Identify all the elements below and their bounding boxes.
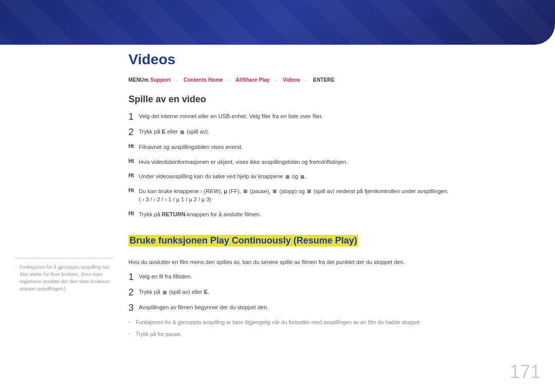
bc-sep: → <box>273 77 278 83</box>
t: . <box>208 289 209 295</box>
hint-marker: Ht <box>128 158 139 166</box>
left-icon <box>286 175 289 179</box>
step-row: 2 Trykk på (spill av) eller E. <box>128 288 534 297</box>
sidebar-note: Funksjonen for å gjenoppta avspilling ha… <box>15 258 118 292</box>
step-text: Velg det interne minnet eller en USB-enh… <box>139 112 534 121</box>
step-text: Avspillingen av filmen begynner der du s… <box>139 303 534 312</box>
step-number: 3 <box>128 303 139 312</box>
step-row: 1 Velg det interne minnet eller en USB-e… <box>128 112 534 121</box>
right-icon <box>301 175 304 179</box>
t: Trykk på <box>139 211 162 217</box>
bullet-row: -Funksjonen for å gjenoppta avspilling e… <box>128 319 534 326</box>
section2: Bruke funksjonen Play Continuously (Resu… <box>128 231 534 338</box>
content-area: Videos MENUm Support→ Contents Home→ All… <box>128 51 534 342</box>
t: Trykk på <box>139 289 162 295</box>
t: (FF), <box>227 188 243 194</box>
play-icon <box>163 291 166 294</box>
pause-icon <box>244 190 247 193</box>
t: eller <box>165 128 179 135</box>
bc-menu: MENU <box>128 77 144 83</box>
hint-marker: Ht <box>128 210 139 219</box>
step-number: 1 <box>128 112 139 121</box>
bullet-text: Funksjonen for å gjenoppta avspilling er… <box>136 319 534 326</box>
step-row: 3Avspillingen av filmen begynner der du … <box>128 303 534 312</box>
bullet-row: -Trykk på for pause. <box>128 330 534 338</box>
step-row: 1Velg en fil fra fillisten. <box>128 272 534 282</box>
step-row: 2 Trykk på E eller (spill av). <box>128 127 534 137</box>
bc-contents-home: Contents Home <box>183 77 223 83</box>
bc-allshare: AllShare Play <box>236 77 270 83</box>
page: Videos MENUm Support→ Contents Home→ All… <box>0 0 555 392</box>
step-text: Trykk på (spill av) eller E. <box>139 288 534 297</box>
page-title: Videos <box>128 51 534 68</box>
t: › (REW), <box>200 188 224 194</box>
t-line2: ( › 3 / › 2 / › 1 / µ 1 / µ 2 / µ 3) <box>139 196 211 202</box>
t: Under videoavspilling kan du søke ved hj… <box>139 173 285 179</box>
t: (spill av) nederst på fjernkontrollen un… <box>312 188 449 194</box>
page-number: 171 <box>510 361 541 383</box>
sidebar-rule <box>15 258 113 258</box>
t: og <box>290 173 300 179</box>
play-icon <box>307 190 311 193</box>
hint-text: Du kan bruke knappene › (REW), µ (FF), (… <box>139 187 534 204</box>
bc-sep: → <box>226 77 231 83</box>
play-icon <box>180 130 184 134</box>
hint-row: HtHvis videotidsinformasjonen er ukjent,… <box>128 158 534 166</box>
bc-sep: → <box>303 77 308 83</box>
t: (stopp) og <box>278 188 306 194</box>
stop-icon <box>273 190 276 193</box>
section2-intro: Hvis du avslutter en film mens den spill… <box>128 259 534 265</box>
hint-text: Under videoavspilling kan du søke ved hj… <box>139 172 534 181</box>
bullet-dash: - <box>128 319 136 326</box>
t-bold: E <box>204 289 208 295</box>
step-number: 1 <box>128 272 139 282</box>
bc-support: Support <box>150 77 171 83</box>
t: -knappen for å avslutte filmen. <box>186 211 261 217</box>
t: (spill av) eller <box>168 289 204 295</box>
hint-row: Ht Under videoavspilling kan du søke ved… <box>128 172 534 181</box>
bullet-dash: - <box>128 330 136 338</box>
hint-text: Hvis videotidsinformasjonen er ukjent, v… <box>139 158 534 166</box>
hint-text: Trykk på RETURN-knappen for å avslutte f… <box>139 210 534 219</box>
hint-row: Ht Du kan bruke knappene › (REW), µ (FF)… <box>128 187 534 204</box>
t: (pause), <box>248 188 272 194</box>
sidebar-text: Funksjonen for å gjenoppta avspilling ha… <box>15 264 118 292</box>
t: . <box>305 173 307 179</box>
hint-text: Filnavnet og avspillingstiden vises øver… <box>139 143 534 152</box>
t: Du kan bruke knappene <box>139 188 200 194</box>
section2-heading: Bruke funksjonen Play Continuously (Resu… <box>128 235 358 247</box>
header-band <box>0 0 555 45</box>
t: Trykk på <box>139 128 162 135</box>
step-text: Velg en fil fra fillisten. <box>139 272 534 282</box>
hint-row: Ht Trykk på RETURN-knappen for å avslutt… <box>128 210 534 219</box>
t-bold: RETURN <box>162 211 186 217</box>
bc-enter: ENTER <box>313 77 331 83</box>
bullet-text: Trykk på for pause. <box>136 330 534 338</box>
step-text: Trykk på E eller (spill av). <box>139 127 534 137</box>
hint-row: HtFilnavnet og avspillingstiden vises øv… <box>128 143 534 152</box>
bc-menu-suffix: m <box>144 77 149 83</box>
hint-marker: Ht <box>128 143 139 152</box>
hint-marker: Ht <box>128 172 139 181</box>
bc-videos: Videos <box>283 77 300 83</box>
breadcrumb: MENUm Support→ Contents Home→ AllShare P… <box>128 77 534 83</box>
bc-enter-suffix: E <box>331 77 335 83</box>
t: (spill av). <box>185 128 209 135</box>
section1-heading: Spille av en video <box>128 94 534 105</box>
step-number: 2 <box>128 288 139 297</box>
hint-marker: Ht <box>128 187 139 204</box>
bc-sep: → <box>174 77 179 83</box>
step-number: 2 <box>128 127 139 137</box>
